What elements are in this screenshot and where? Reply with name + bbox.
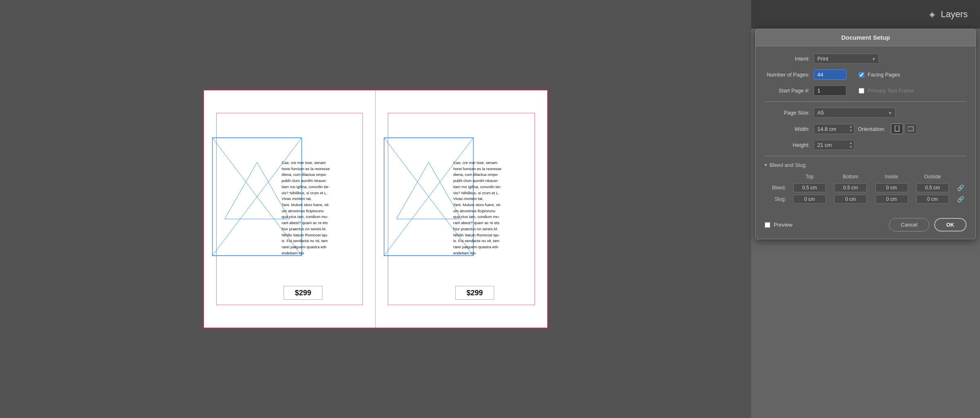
page-size-select-wrapper: A5 A4 A3 Letter Custom ▼ [814,108,895,118]
width-down[interactable]: ▼ [848,129,854,133]
slug-row: Slug: 🔗 [765,193,967,205]
slug-bottom-cell [830,193,871,205]
canvas-area: Cae, cre mor isse, senam horei furnium e… [0,0,751,418]
bleed-inside-cell [871,182,912,193]
height-up[interactable]: ▲ [848,141,854,145]
orientation-btns [891,124,917,134]
svg-marker-3 [225,162,290,219]
slug-top-input[interactable] [793,195,826,204]
start-page-row: Start Page #: Primary Text Frame [765,85,967,96]
layers-bar: ◈ Layers [751,0,980,29]
bleed-link-cell: 🔗 [953,182,967,193]
divider-1 [765,101,967,102]
primary-text-frame-checkbox[interactable] [859,88,864,94]
bleed-row: Bleed: 🔗 [765,182,967,193]
slug-bottom-input[interactable] [834,195,867,204]
orient-landscape-btn[interactable] [905,124,917,134]
intent-select[interactable]: Print Web Mobile [814,54,879,64]
height-label: Height: [765,142,814,148]
bleed-bottom-cell [830,182,871,193]
preview-row: Preview [765,222,792,228]
bleed-top-cell [789,182,830,193]
page-text-left: Cae, cre mor isse, senam horei furnium e… [282,160,369,256]
bleed-outside-cell [912,182,953,193]
slug-outside-cell [912,193,953,205]
col-empty [765,174,789,182]
page-size-row: Page Size: A5 A4 A3 Letter Custom ▼ [765,108,967,118]
orientation-label: Orientation: [858,126,885,132]
page-text-right: Cae, cre mor isse, senam horei furnium e… [453,160,541,256]
width-spin-btns: ▲ ▼ [848,124,854,134]
dialog-body: Intent: Print Web Mobile ▼ Number of Pag… [756,46,976,212]
price-box-right: $299 [455,286,494,300]
btn-row: Cancel OK [889,218,967,231]
intent-select-wrapper: Print Web Mobile ▼ [814,54,879,64]
svg-marker-7 [396,162,461,219]
num-pages-label: Number of Pages: [765,72,814,78]
col-inside: Inside [871,174,912,182]
start-page-label: Start Page #: [765,88,814,94]
divider-2 [765,156,967,156]
facing-pages-row: Facing Pages [859,72,900,78]
num-pages-row: Number of Pages: Facing Pages [765,70,967,80]
bleed-slug-chevron: ▾ [765,162,767,168]
col-outside: Outside [912,174,953,182]
svg-rect-9 [908,127,913,131]
page-left: Cae, cre mor isse, senam horei furnium e… [204,90,376,328]
layers-title: Layers [941,9,968,20]
bleed-top-input[interactable] [793,183,826,192]
page-size-label: Page Size: [765,110,814,116]
preview-label: Preview [774,222,792,228]
start-page-input[interactable] [814,85,846,96]
slug-top-cell [789,193,830,205]
dialog-footer: Preview Cancel OK [756,212,976,239]
facing-pages-checkbox[interactable] [859,72,864,78]
bleed-slug-header[interactable]: ▾ Bleed and Slug [765,162,967,168]
ok-button[interactable]: OK [934,218,967,231]
intent-label: Intent: [765,56,814,62]
slug-inside-cell [871,193,912,205]
preview-checkbox[interactable] [765,222,770,228]
primary-text-frame-row: Primary Text Frame [859,88,914,94]
height-down[interactable]: ▼ [848,145,854,149]
bleed-bottom-input[interactable] [834,183,867,192]
col-bottom: Bottom [830,174,871,182]
slug-link-cell: 🔗 [953,193,967,205]
dialog-title: Document Setup [756,29,976,46]
height-spin: ▲ ▼ [814,140,855,150]
slug-label: Slug: [765,193,789,205]
width-up[interactable]: ▲ [848,125,854,129]
page-right: Cae, cre mor isse, senam horei furnium e… [376,90,547,328]
width-row: Width: ▲ ▼ Orientation: [765,124,967,134]
bleed-slug-table: Top Bottom Inside Outside Bleed: [765,174,967,205]
document-setup-dialog: Document Setup Intent: Print Web Mobile … [755,29,976,239]
bleed-link-icon[interactable]: 🔗 [955,184,964,191]
col-link [953,174,967,182]
bleed-outside-input[interactable] [916,183,949,192]
price-box-left: $299 [284,286,322,300]
bleed-inside-input[interactable] [875,183,908,192]
height-spin-btns: ▲ ▼ [848,140,854,150]
primary-text-frame-label: Primary Text Frame [868,88,914,94]
slug-inside-input[interactable] [875,195,908,204]
height-row: Height: ▲ ▼ [765,140,967,150]
num-pages-input[interactable] [814,70,846,80]
spread-container: Cae, cre mor isse, senam horei furnium e… [203,90,548,328]
layers-icon: ◈ [928,10,937,19]
width-label: Width: [765,126,814,132]
cancel-button[interactable]: Cancel [889,218,929,231]
width-spin: ▲ ▼ [814,124,855,134]
bleed-slug-title: Bleed and Slug [770,162,805,168]
facing-pages-label: Facing Pages [868,72,900,78]
slug-link-icon[interactable]: 🔗 [955,196,964,202]
intent-row: Intent: Print Web Mobile ▼ [765,54,967,64]
svg-rect-8 [895,126,899,131]
right-panel: ◈ Layers Document Setup Intent: Print We… [751,0,980,418]
bleed-label: Bleed: [765,182,789,193]
slug-outside-input[interactable] [916,195,949,204]
bleed-slug-section: ▾ Bleed and Slug Top Bottom Inside Outsi… [765,162,967,205]
page-size-select[interactable]: A5 A4 A3 Letter Custom [814,108,895,118]
orient-portrait-btn[interactable] [891,124,903,134]
col-top: Top [789,174,830,182]
